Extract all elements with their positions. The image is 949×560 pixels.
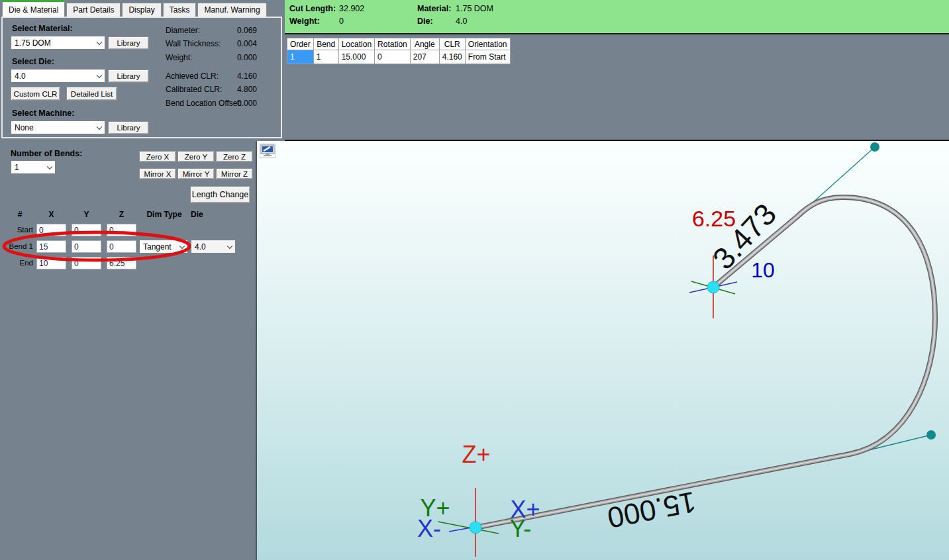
machine-library-button[interactable]: Library bbox=[108, 121, 149, 134]
tube-drawing bbox=[257, 141, 949, 560]
cell-location[interactable]: 15.000 bbox=[338, 50, 374, 64]
material-select-value: 1.75 DOM bbox=[15, 38, 51, 48]
diameter-label: Diameter: bbox=[166, 26, 200, 35]
grid-header-num: # bbox=[12, 210, 28, 219]
bend1-x-field[interactable] bbox=[36, 240, 66, 253]
die-select-value: 4.0 bbox=[15, 71, 26, 81]
dim-type-select[interactable]: Tangent bbox=[139, 240, 188, 254]
grid-header-z: Z bbox=[107, 210, 136, 219]
col-rotation[interactable]: Rotation bbox=[375, 38, 411, 50]
col-order[interactable]: Order bbox=[287, 38, 314, 50]
select-material-label: Select Material: bbox=[12, 24, 73, 33]
start-x-field[interactable] bbox=[36, 224, 66, 236]
annotation-ellipse bbox=[0, 141, 256, 560]
cell-bend[interactable]: 1 bbox=[313, 50, 338, 64]
die-material-body: Select Material: 1.75 DOM Library Select… bbox=[1, 17, 282, 138]
apex-marker-dot[interactable] bbox=[870, 142, 879, 152]
cell-rotation[interactable]: 0 bbox=[375, 50, 411, 64]
calibrated-clr-label: Calibrated CLR: bbox=[166, 85, 222, 94]
die-value: 4.0 bbox=[456, 17, 467, 26]
bend1-y-field[interactable] bbox=[72, 240, 101, 253]
table-row[interactable]: 1 1 15.000 0 207 4.160 From Start bbox=[287, 50, 511, 64]
chevron-down-icon bbox=[227, 243, 232, 248]
end-z-field[interactable] bbox=[107, 257, 136, 269]
material-label: Material: bbox=[417, 4, 451, 13]
tab-display[interactable]: Display bbox=[122, 3, 161, 17]
weight-label: Weight: bbox=[289, 17, 320, 26]
die-library-button[interactable]: Library bbox=[108, 70, 149, 83]
tab-part-details[interactable]: Part Details bbox=[66, 3, 121, 17]
die-material-panel: Die & Material Part Details Display Task… bbox=[0, 0, 285, 141]
grid-header-x: X bbox=[36, 210, 66, 219]
chevron-down-icon bbox=[179, 243, 185, 248]
machine-select[interactable]: None bbox=[11, 120, 105, 134]
weight-value: 0 bbox=[339, 17, 344, 26]
achieved-clr-value: 4.160 bbox=[224, 71, 257, 81]
cell-orientation[interactable]: From Start bbox=[465, 50, 510, 64]
tab-strip: Die & Material Part Details Display Task… bbox=[2, 0, 268, 17]
bend-table-panel: Order Bend Location Rotation Angle CLR O… bbox=[285, 34, 949, 141]
chevron-down-icon bbox=[97, 72, 102, 77]
bend1-z-field[interactable] bbox=[107, 240, 136, 253]
end-point-marker[interactable] bbox=[707, 281, 719, 293]
col-location[interactable]: Location bbox=[338, 38, 374, 50]
start-z-field[interactable] bbox=[107, 224, 136, 236]
weight-value: 0.000 bbox=[224, 53, 257, 62]
wall-thickness-label: Wall Thickness: bbox=[166, 39, 221, 48]
tab-manuf-warning[interactable]: Manuf. Warning bbox=[197, 3, 266, 17]
chevron-down-icon bbox=[97, 39, 102, 44]
tab-die-material[interactable]: Die & Material bbox=[2, 0, 65, 17]
z-plus-axis-label: Z+ bbox=[462, 441, 490, 469]
material-select[interactable]: 1.75 DOM bbox=[11, 36, 105, 50]
row-label-start: Start bbox=[0, 226, 33, 234]
grid-header-dim-type: Dim Type bbox=[140, 210, 188, 219]
bend-editor-panel: Number of Bends: 1 Zero X Zero Y Zero Z … bbox=[0, 141, 257, 560]
calibrated-clr-value: 4.800 bbox=[224, 85, 257, 94]
x-dimension-label: 10 bbox=[751, 258, 775, 283]
tube-outline bbox=[475, 197, 935, 528]
row-label-bend-1: Bend 1 bbox=[0, 242, 33, 250]
achieved-clr-label: Achieved CLR: bbox=[166, 71, 219, 81]
tube-body bbox=[475, 197, 935, 528]
material-library-button[interactable]: Library bbox=[108, 36, 149, 50]
bend-die-value: 4.0 bbox=[195, 242, 206, 252]
dim-type-value: Tangent bbox=[143, 242, 172, 252]
start-y-field[interactable] bbox=[72, 224, 101, 236]
part-summary-bar: Cut Length: 32.902 Weight: 0 Material: 1… bbox=[285, 0, 949, 34]
select-die-label: Select Die: bbox=[12, 57, 54, 66]
mirror-y-button[interactable]: Mirror Y bbox=[177, 168, 215, 179]
detailed-list-button[interactable]: Detailed List bbox=[66, 87, 117, 101]
length-change-button[interactable]: Length Change bbox=[190, 186, 250, 203]
chevron-down-icon bbox=[97, 124, 102, 129]
mirror-z-button[interactable]: Mirror Z bbox=[216, 168, 253, 179]
col-bend[interactable]: Bend bbox=[313, 38, 338, 50]
col-clr[interactable]: CLR bbox=[439, 38, 465, 50]
apex-marker-dot[interactable] bbox=[926, 430, 936, 440]
cut-length-label: Cut Length: bbox=[289, 4, 336, 13]
zero-z-button[interactable]: Zero Z bbox=[216, 151, 253, 162]
y-minus-axis-label: Y- bbox=[510, 515, 532, 543]
zero-y-button[interactable]: Zero Y bbox=[177, 151, 215, 162]
custom-clr-button[interactable]: Custom CLR bbox=[11, 87, 60, 101]
wall-thickness-value: 0.004 bbox=[224, 39, 257, 48]
start-point-marker[interactable] bbox=[470, 522, 481, 534]
diameter-value: 0.069 bbox=[224, 26, 257, 35]
chevron-down-icon bbox=[47, 163, 52, 169]
mirror-x-button[interactable]: Mirror X bbox=[139, 168, 176, 179]
col-angle[interactable]: Angle bbox=[410, 38, 439, 50]
number-of-bends-value: 1 bbox=[15, 163, 19, 172]
end-x-field[interactable] bbox=[36, 257, 66, 269]
cell-order[interactable]: 1 bbox=[287, 50, 314, 64]
part-3d-viewport[interactable]: 6.25 3.473 10 15.000 Z+ Y+ X- X+ Y- bbox=[257, 141, 949, 560]
cell-clr[interactable]: 4.160 bbox=[439, 50, 465, 64]
number-of-bends-select[interactable]: 1 bbox=[11, 160, 56, 174]
zero-x-button[interactable]: Zero X bbox=[139, 151, 176, 162]
end-y-field[interactable] bbox=[72, 257, 101, 269]
cell-angle[interactable]: 207 bbox=[410, 50, 439, 64]
bend-location-offset-value: 0.000 bbox=[224, 99, 257, 108]
bend-die-select[interactable]: 4.0 bbox=[191, 240, 236, 254]
tab-tasks[interactable]: Tasks bbox=[163, 3, 197, 17]
die-select[interactable]: 4.0 bbox=[11, 69, 105, 83]
col-orientation[interactable]: Orientation bbox=[465, 38, 510, 50]
machine-select-value: None bbox=[15, 123, 34, 132]
